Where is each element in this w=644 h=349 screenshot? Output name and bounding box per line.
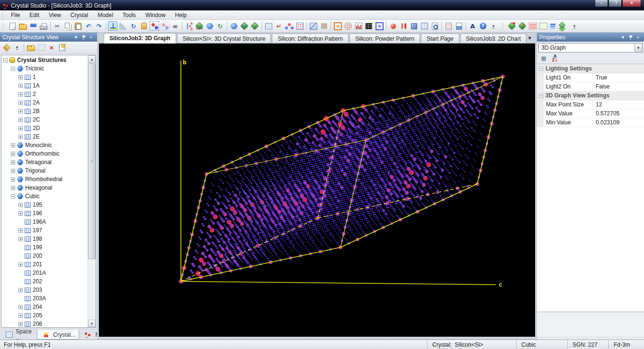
tree-new-icon[interactable] (57, 43, 67, 52)
tree-item-2a[interactable]: +2A (1, 98, 88, 107)
property-row-max-point-size[interactable]: Max Point Size12 (537, 100, 644, 109)
powder-chart-icon[interactable] (354, 21, 363, 31)
tab-silicon-diffraction-pattern[interactable]: Silicon: Diffraction Pattern (272, 34, 349, 43)
image-export-icon[interactable] (454, 21, 464, 31)
unit-cell-icon[interactable] (333, 21, 342, 31)
tree-expander[interactable]: + (11, 152, 15, 156)
left-panel-pin-button[interactable] (80, 34, 87, 41)
job-info-icon[interactable] (518, 21, 527, 31)
tree-item-203[interactable]: +203 (1, 286, 88, 294)
table-columns-icon[interactable] (420, 21, 429, 31)
tree-item-195[interactable]: +195 (1, 201, 88, 209)
property-group-lighting-settings[interactable]: −Lighting Settings (537, 64, 644, 73)
new-icon[interactable] (8, 21, 17, 31)
tree-expander[interactable]: − (11, 67, 15, 71)
tree-delete-icon[interactable]: × (47, 43, 56, 52)
menu-edit[interactable]: Edit (25, 11, 44, 19)
graph-3d-view[interactable] (99, 44, 535, 337)
categorized-view-icon[interactable] (539, 54, 548, 63)
diffraction-image-icon[interactable] (364, 21, 374, 31)
undo-icon[interactable]: ↶ (84, 21, 93, 31)
rotate-view-icon[interactable]: ↻ (129, 21, 138, 31)
property-row-max-value[interactable]: Max Value0.572705 (537, 109, 644, 118)
grid-red-icon[interactable] (528, 21, 537, 31)
combobox-arrow-icon[interactable]: ▼ (634, 44, 642, 52)
tree-item-196a[interactable]: 196A (1, 218, 88, 226)
menu-crystal[interactable]: Crystal (66, 11, 93, 19)
property-value[interactable]: False (593, 82, 644, 91)
toolbar-overflow-icon[interactable] (489, 21, 498, 31)
property-row-light1-on[interactable]: Light1 OnTrue (537, 73, 644, 82)
atom-cluster-icon[interactable] (285, 21, 294, 31)
diffraction-icon[interactable] (309, 21, 318, 31)
workspace-icon[interactable] (2, 43, 11, 52)
tree-item-trigonal[interactable]: +Trigonal (1, 166, 88, 175)
gem-pair-icon[interactable] (559, 21, 569, 31)
lattice-points-icon[interactable] (319, 21, 329, 31)
workspace-dropdown-icon[interactable] (12, 43, 22, 52)
graph-canvas[interactable] (99, 44, 535, 337)
property-row-light2-on[interactable]: Light2 OnFalse (537, 82, 644, 91)
tree-expander[interactable]: + (18, 203, 23, 207)
property-row-min-value[interactable]: Min Value0.023109 (537, 118, 644, 127)
tree-expander[interactable]: + (18, 322, 23, 326)
tree-expander[interactable]: + (11, 143, 15, 148)
tree-expander[interactable]: + (18, 109, 23, 113)
pan-hand-icon[interactable] (139, 21, 149, 31)
alphabetical-sort-icon[interactable] (550, 54, 560, 63)
property-value[interactable]: 12 (593, 100, 644, 109)
tree-scrollbar[interactable]: ▲ ▼ (88, 55, 96, 327)
tree-item-monoclinic[interactable]: +Monoclinic (1, 141, 88, 149)
tree-item-202[interactable]: 202 (1, 277, 88, 286)
tree-item-crystal-structures[interactable]: −Crystal Structures (1, 56, 88, 64)
paste-icon[interactable] (73, 21, 83, 31)
tree-item-197[interactable]: +197 (1, 226, 88, 235)
tree-item-196[interactable]: +196 (1, 209, 88, 218)
tree-expander[interactable]: + (18, 126, 23, 131)
tree-expander[interactable]: + (18, 75, 23, 79)
cut-icon[interactable]: ✂ (53, 21, 62, 31)
properties-close-button[interactable]: × (635, 34, 642, 41)
tab-silicon-powder-pattern[interactable]: Silicon: Powder Pattern (349, 34, 420, 43)
minimize-button[interactable]: – (595, 0, 608, 7)
select-atoms-icon[interactable] (150, 21, 159, 31)
menu-help[interactable]: Help (170, 11, 192, 19)
tree-expander[interactable]: + (18, 237, 23, 241)
print-icon[interactable] (39, 21, 48, 31)
tree-expander[interactable]: − (11, 194, 15, 199)
tree-expander[interactable]: + (18, 84, 23, 88)
property-group-3d-graph-view-settings[interactable]: −3D Graph View Settings (537, 91, 644, 100)
scroll-down-arrow[interactable]: ▼ (88, 320, 96, 327)
tree-item-201a[interactable]: 201A (1, 269, 88, 277)
tab-silicon-si-3d-crystal-structure[interactable]: Silicon<Si>: 3D Crystal Structure (177, 34, 271, 43)
tree-item-206[interactable]: +206 (1, 320, 88, 327)
menu-model[interactable]: Model (93, 11, 118, 19)
help-icon[interactable] (478, 21, 488, 31)
plane-style-icon[interactable] (409, 21, 419, 31)
tree-expander[interactable]: + (18, 314, 23, 318)
left-panel-menu-button[interactable]: ▼ (72, 34, 80, 41)
panel-tab-crystal[interactable]: Crystal... (37, 330, 79, 340)
structure-atoms-icon[interactable] (195, 21, 204, 31)
tree-item-triclinic[interactable]: −Triclinic (1, 64, 88, 73)
find-binoculars-icon[interactable]: ∞ (170, 21, 180, 31)
crystal-shape-icon[interactable] (250, 21, 259, 31)
property-value[interactable]: True (593, 73, 644, 82)
menu-tools[interactable]: Tools (118, 11, 141, 19)
cell-view-icon[interactable] (229, 21, 239, 31)
tree-open-icon[interactable] (26, 43, 36, 52)
group-collapse-icon[interactable]: − (539, 94, 543, 98)
tree-item-2[interactable]: +2 (1, 90, 88, 98)
tree-item-rhombohedral[interactable]: +Rhombohedral (1, 175, 88, 183)
tree-expander[interactable]: + (18, 135, 23, 139)
tree-item-hexagonal[interactable]: +Hexagonal (1, 183, 88, 192)
property-value[interactable]: 0.572705 (593, 109, 644, 118)
tree-item-1a[interactable]: +1A (1, 81, 88, 90)
tree-item-200[interactable]: 200 (1, 252, 88, 260)
redo-icon[interactable]: ↷ (94, 21, 104, 31)
tree-item-201[interactable]: +201 (1, 260, 88, 269)
tree-item-203a[interactable]: 203A (1, 294, 88, 303)
print-preview-icon[interactable] (430, 21, 439, 31)
deselect-atoms-icon[interactable] (160, 21, 170, 31)
tree-expander[interactable]: + (18, 92, 23, 96)
